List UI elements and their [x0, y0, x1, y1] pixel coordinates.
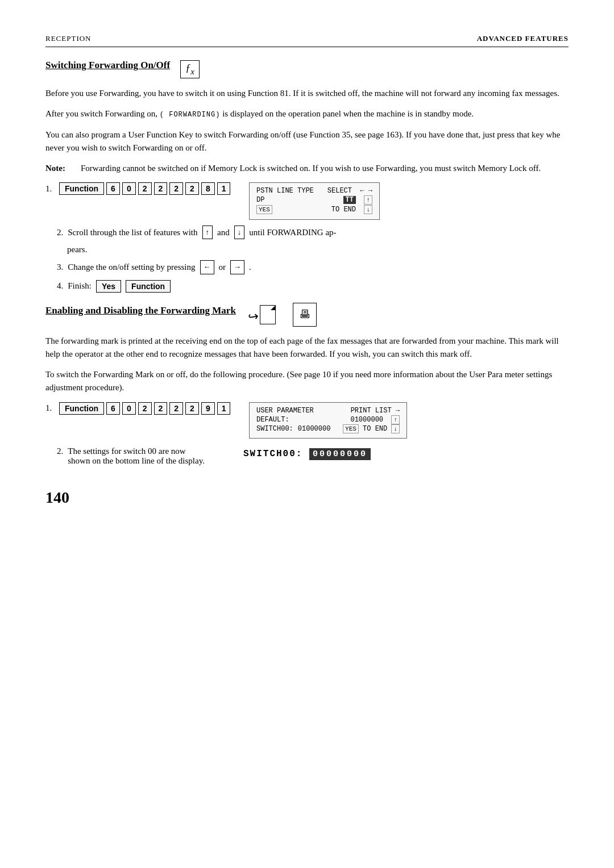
switch-label-display: SWITCH00: 00000000 — [243, 449, 371, 459]
section2-step2-text: 2. The settings for switch 00 are now sh… — [57, 446, 233, 466]
section2-step1-left: 1. Function 6 0 2 2 2 2 9 1 — [45, 402, 239, 415]
or-text: or — [219, 261, 226, 274]
left-arrow-box: ← — [200, 260, 214, 274]
section2-para2: To switch the Forwarding Mark on or off,… — [45, 368, 569, 395]
step3-text: Change the on/off setting by pressing — [68, 261, 195, 274]
lcd2-row1: USER PARAMETER PRINT LIST → — [256, 407, 400, 415]
key-2b-2: 2 — [154, 402, 168, 415]
step2-suffix: until FORWARDING ap- — [249, 226, 336, 239]
right-arrow-box: → — [230, 260, 244, 274]
section2-title: Enabling and Disabling the Forwarding Ma… — [45, 305, 236, 316]
section1-title: Switching Forwarding On/Off — [45, 60, 170, 71]
step1-left: 1. Function 6 0 2 2 2 2 8 1 — [45, 182, 239, 195]
lcd2-switch00: SWITCH00: — [256, 425, 293, 433]
key-2a-1: 2 — [138, 182, 152, 195]
step3-period: . — [249, 261, 251, 274]
section2-step2-num: 2. The settings for switch 00 are now sh… — [57, 446, 233, 466]
key-6-2: 6 — [106, 402, 120, 415]
lcd-to-end: TO END ↓ — [331, 206, 372, 214]
step1-lcd: PSTN LINE TYPE SELECT ← → DP TT ↑ YES TO… — [249, 182, 569, 220]
key-2b-1: 2 — [154, 182, 168, 195]
printer-icon: 🖶 — [293, 303, 317, 327]
lcd2-switch-val: 01000000 YES TO END ↓ — [298, 425, 400, 433]
section2-step1-row: 1. Function 6 0 2 2 2 2 9 1 USER PARAMET… — [45, 402, 569, 439]
key-2c-2: 2 — [169, 402, 183, 415]
key-0-1: 0 — [122, 182, 136, 195]
lcd-tt: TT ↑ — [343, 196, 372, 204]
lcd-row3: YES TO END ↓ — [256, 205, 372, 214]
header-right: Advanced Features — [477, 34, 569, 43]
section1-para3: You can also program a User Function Key… — [45, 128, 569, 155]
key-2d-1: 2 — [185, 182, 199, 195]
key-2c-1: 2 — [169, 182, 183, 195]
page-header: Reception Advanced Features — [45, 34, 569, 47]
step2-text: Scroll through the list of features with — [68, 226, 197, 239]
lcd2-default-val: 01000000 ↑ — [350, 416, 400, 424]
up-arrow-box: ↑ — [202, 226, 213, 239]
fx-icon: ƒx — [180, 60, 200, 79]
yes-key: Yes — [96, 280, 121, 293]
lcd2-user-param: USER PARAMETER — [256, 407, 314, 415]
lcd2-default: DEFAULT: — [256, 416, 289, 424]
page: Reception Advanced Features Switching Fo… — [0, 0, 614, 868]
note-para: Note: Forwarding cannot be switched on i… — [45, 162, 569, 175]
key-9-2: 9 — [201, 402, 215, 415]
section2-step1-num: 1. — [45, 403, 57, 413]
step1-row: 1. Function 6 0 2 2 2 2 8 1 PSTN LINE TY… — [45, 182, 569, 220]
section2-step2-row: 2. The settings for switch 00 are now sh… — [45, 446, 569, 466]
step1-num: 1. — [45, 184, 57, 194]
section2-step1-kbd: 1. Function 6 0 2 2 2 2 9 1 — [45, 402, 239, 415]
key-2a-2: 2 — [138, 402, 152, 415]
fax-forward-icon: ↩ — [248, 305, 276, 324]
lcd-row1: PSTN LINE TYPE SELECT ← → — [256, 187, 372, 195]
step3-num: 3. — [57, 261, 63, 274]
key-0-2: 0 — [122, 402, 136, 415]
lcd-panel-2: USER PARAMETER PRINT LIST → DEFAULT: 010… — [249, 402, 407, 439]
header-left: Reception — [45, 34, 92, 43]
lcd2-row2: DEFAULT: 01000000 ↑ — [256, 416, 400, 424]
lcd-panel-1: PSTN LINE TYPE SELECT ← → DP TT ↑ YES TO… — [249, 182, 380, 220]
function-key-finish: Function — [126, 280, 171, 293]
section2-header-row: Enabling and Disabling the Forwarding Ma… — [45, 303, 569, 327]
switch-display: SWITCH00: 00000000 — [243, 449, 371, 459]
step2-pears: pears. — [45, 245, 569, 254]
switch-bits: 00000000 — [309, 448, 371, 460]
lcd-pstn: PSTN LINE TYPE — [256, 187, 314, 195]
lcd-dp: DP — [256, 196, 264, 204]
key-1-1: 1 — [217, 182, 231, 195]
section2-para1: The forwarding mark is printed at the re… — [45, 335, 569, 361]
and-text: and — [217, 226, 230, 239]
section1-para1: Before you use Forwarding, you have to s… — [45, 87, 569, 100]
note-label: Note: — [45, 162, 75, 175]
lcd-row2: DP TT ↑ — [256, 196, 372, 204]
section2-step1-lcd: USER PARAMETER PRINT LIST → DEFAULT: 010… — [249, 402, 569, 439]
step4-text: Finish: — [68, 281, 92, 291]
step1-kbd-sequence: 1. Function 6 0 2 2 2 2 8 1 — [45, 182, 239, 195]
lcd-yes: YES — [256, 205, 272, 214]
lcd2-print-list: PRINT LIST → — [351, 407, 400, 415]
step2-row: 2. Scroll through the list of features w… — [45, 226, 569, 239]
key-2d-2: 2 — [185, 402, 199, 415]
page-number: 140 — [45, 489, 569, 507]
section1-para2: After you switch Forwarding on, ( FORWAR… — [45, 107, 569, 120]
function-key-2: Function — [59, 402, 104, 415]
lcd2-row3: SWITCH00: 01000000 YES TO END ↓ — [256, 425, 400, 433]
lcd-select: SELECT ← → — [327, 187, 372, 195]
function-key-1: Function — [59, 182, 104, 195]
step2-num: 2. — [57, 226, 63, 239]
note-text: Forwarding cannot be switched on if Memo… — [81, 162, 541, 175]
key-6-1: 6 — [106, 182, 120, 195]
key-8-1: 8 — [201, 182, 215, 195]
step3-row: 3. Change the on/off setting by pressing… — [45, 260, 569, 274]
step4-num: 4. — [57, 281, 63, 291]
step4-row: 4. Finish: Yes Function — [45, 280, 569, 293]
section1-header-row: Switching Forwarding On/Off ƒx — [45, 60, 569, 79]
key-1-2: 1 — [217, 402, 231, 415]
down-arrow-box: ↓ — [234, 226, 245, 239]
